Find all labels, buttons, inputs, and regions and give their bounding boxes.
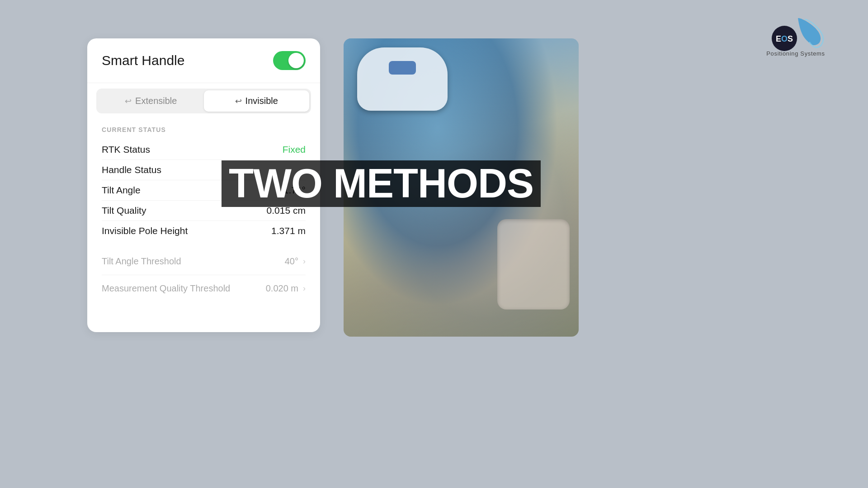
measurement-quality-right: 0.020 m › — [266, 283, 306, 294]
eos-logo: EOS Positioning Systems — [760, 14, 832, 59]
current-status-header: CURRENT STATUS — [102, 126, 306, 133]
smart-handle-row: Smart Handle — [87, 38, 320, 83]
pole-height-row: Invisible Pole Height 1.371 m — [102, 221, 306, 241]
tilt-angle-threshold-row[interactable]: Tilt Angle Threshold 40° › — [102, 248, 306, 275]
toggle-knob — [288, 53, 304, 68]
handle-status-label: Handle Status — [102, 164, 161, 175]
rtk-status-value: Fixed — [283, 144, 306, 155]
smart-handle-label: Smart Handle — [102, 53, 184, 68]
tab-extensible[interactable]: ↩ Extensible — [98, 90, 204, 112]
tab-invisible[interactable]: ↩ Invisible — [204, 90, 310, 112]
rtk-status-label: RTK Status — [102, 144, 150, 155]
smart-handle-toggle[interactable] — [273, 51, 306, 70]
rtk-status-row: RTK Status Fixed — [102, 140, 306, 160]
measurement-quality-threshold-row[interactable]: Measurement Quality Threshold 0.020 m › — [102, 275, 306, 302]
threshold-section: Tilt Angle Threshold 40° › Measurement Q… — [87, 244, 320, 311]
tilt-angle-threshold-value: 40° — [285, 256, 298, 267]
eos-logo-svg: EOS — [760, 16, 832, 52]
tab-invisible-label: Invisible — [245, 96, 278, 106]
tab-extensible-label: Extensible — [135, 96, 177, 106]
tilt-angle-threshold-right: 40° › — [285, 256, 306, 267]
tilt-quality-label: Tilt Quality — [102, 205, 146, 216]
measurement-quality-value: 0.020 m — [266, 283, 298, 294]
pole-height-label: Invisible Pole Height — [102, 225, 188, 236]
eos-tagline: Positioning Systems — [766, 50, 825, 57]
tab-bar: ↩ Extensible ↩ Invisible — [96, 89, 311, 113]
invisible-icon: ↩ — [235, 96, 242, 106]
pole-height-value: 1.371 m — [271, 225, 306, 236]
tilt-angle-label: Tilt Angle — [102, 185, 141, 196]
measurement-quality-label: Measurement Quality Threshold — [102, 283, 230, 294]
tilt-angle-threshold-chevron: › — [303, 257, 306, 266]
extensible-icon: ↩ — [125, 96, 132, 106]
tilt-angle-threshold-label: Tilt Angle Threshold — [102, 256, 181, 267]
svg-text:EOS: EOS — [776, 34, 793, 43]
overlay-text: TWO METHODS — [222, 160, 541, 207]
measurement-quality-chevron: › — [303, 284, 306, 293]
